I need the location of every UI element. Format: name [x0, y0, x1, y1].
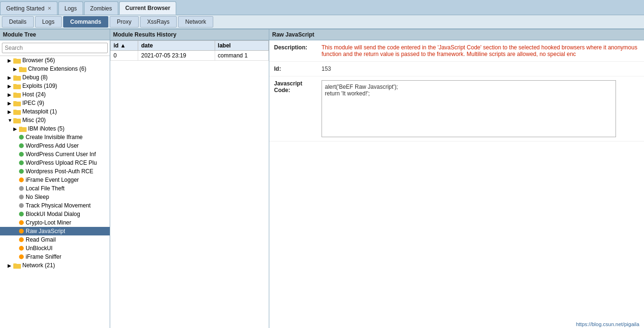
tree-item-iframe-sniffer[interactable]: iFrame Sniffer	[0, 253, 110, 261]
dot-iframe-event	[19, 178, 24, 182]
folder-icon-debug	[13, 75, 21, 81]
results-table: id ▲ date label 0 2021-07-05 23:19 comma…	[110, 40, 269, 61]
expand-arrow-metasploit: ▶	[8, 109, 12, 114]
dot-local-file-theft	[19, 186, 24, 191]
dot-raw-javascript	[19, 229, 24, 234]
id-row: Id: 153	[269, 62, 644, 76]
code-line-2: return 'It worked!';	[325, 90, 613, 97]
tree-label-wp-upload-rce: WordPress Upload RCE Plu	[26, 159, 97, 166]
close-getting-started[interactable]: ✕	[47, 6, 51, 11]
tree-item-track-movement[interactable]: Track Physical Movement	[0, 201, 110, 210]
tree-item-wp-post-auth[interactable]: Wordpress Post-Auth RCE	[0, 167, 110, 176]
tree-label-debug: Debug (8)	[22, 74, 47, 81]
folder-icon-ipec	[13, 100, 21, 106]
tree-label-misc: Misc (20)	[22, 117, 46, 123]
javascript-code-label: JavascriptCode:	[274, 80, 322, 94]
folder-icon-misc	[13, 117, 21, 123]
folder-icon-exploits	[13, 83, 21, 89]
sub-tab-commands[interactable]: Commands	[63, 16, 108, 28]
col-id[interactable]: id ▲	[111, 41, 138, 51]
tree-item-ibm-inotes[interactable]: ▶ IBM iNotes (5)	[0, 124, 110, 133]
tree-label-wp-current-user: WordPress Current User Inf	[26, 151, 96, 158]
expand-arrow-chrome: ▶	[13, 66, 18, 72]
tree-item-metasploit[interactable]: ▶ Metasploit (1)	[0, 107, 110, 116]
tree-item-local-file-theft[interactable]: Local File Theft	[0, 184, 110, 193]
tree-label-chrome: Chrome Extensions (6)	[28, 66, 86, 72]
svg-rect-9	[13, 93, 17, 94]
tree-item-raw-javascript[interactable]: Raw JavaScript	[0, 227, 110, 235]
expand-arrow-ipec: ▶	[8, 101, 12, 106]
tree-label-local-file-theft: Local File Theft	[26, 185, 65, 192]
tree-item-chrome-ext[interactable]: ▶ Chrome Extensions (6)	[0, 65, 110, 73]
expand-arrow-network: ▶	[8, 263, 12, 268]
col-label[interactable]: label	[215, 41, 268, 51]
sub-tab-bar: Details Logs Commands Proxy XssRays Netw…	[0, 15, 644, 29]
tab-logs[interactable]: Logs	[58, 1, 83, 15]
tree-item-iframe-event[interactable]: iFrame Event Logger	[0, 176, 110, 184]
dot-unblockui	[19, 246, 24, 251]
javascript-code-box[interactable]: alert('BeEF Raw Javascript'); return 'It…	[322, 80, 616, 137]
expand-arrow-exploits: ▶	[8, 84, 12, 89]
dot-crypto-loot	[19, 220, 24, 225]
folder-icon-ibm	[19, 126, 27, 132]
search-input[interactable]	[2, 43, 108, 53]
dot-iframe-sniffer	[19, 254, 24, 259]
sub-tab-details[interactable]: Details	[2, 16, 34, 28]
folder-icon-network	[13, 262, 21, 269]
sub-tab-xssrays-label: XssRays	[147, 19, 170, 25]
tree-item-network[interactable]: ▶ Network (21)	[0, 261, 110, 270]
tree-label-wp-add-user: WordPress Add User	[26, 142, 79, 149]
folder-icon-metasploit	[13, 109, 21, 115]
svg-rect-5	[13, 75, 17, 77]
tree-item-create-iframe[interactable]: Create Invisible Iframe	[0, 133, 110, 141]
tree-item-ipec[interactable]: ▶ IPEC (9)	[0, 99, 110, 107]
tree-label-wp-post-auth: Wordpress Post-Auth RCE	[26, 168, 94, 175]
svg-rect-11	[13, 101, 17, 103]
tree-item-blockui[interactable]: BlockUI Modal Dialog	[0, 210, 110, 218]
tab-current-browser[interactable]: Current Browser	[119, 1, 177, 15]
col-date[interactable]: date	[138, 41, 215, 51]
tree-label-track-movement: Track Physical Movement	[26, 202, 91, 209]
sub-tab-proxy[interactable]: Proxy	[110, 16, 139, 28]
sub-tab-network[interactable]: Network	[178, 16, 213, 28]
tab-getting-started[interactable]: Getting Started ✕	[0, 1, 57, 15]
sub-tab-logs[interactable]: Logs	[35, 16, 62, 28]
dot-create-iframe	[19, 135, 24, 140]
tree-item-exploits[interactable]: ▶ Exploits (109)	[0, 82, 110, 90]
tree-item-host[interactable]: ▶ Host (24)	[0, 90, 110, 99]
module-tree-panel: Module Tree ▶ Browser (56) ▶ Chrome Exte…	[0, 29, 110, 328]
tree-item-crypto-loot[interactable]: Crypto-Loot Miner	[0, 218, 110, 227]
tree-item-browser[interactable]: ▶ Browser (56)	[0, 56, 110, 65]
tree-item-no-sleep[interactable]: No Sleep	[0, 193, 110, 201]
expand-arrow-host: ▶	[8, 92, 12, 97]
tab-zombies-label: Zombies	[90, 5, 112, 12]
expand-arrow-browser: ▶	[8, 58, 12, 63]
sub-tab-network-label: Network	[185, 19, 206, 25]
svg-rect-13	[13, 110, 17, 111]
id-label: Id:	[274, 66, 322, 72]
tree-item-wp-upload-rce[interactable]: WordPress Upload RCE Plu	[0, 159, 110, 167]
tree-item-debug[interactable]: ▶ Debug (8)	[0, 73, 110, 82]
tree-item-wp-add-user[interactable]: WordPress Add User	[0, 141, 110, 150]
expand-arrow-misc: ▼	[8, 118, 12, 123]
sub-tab-xssrays[interactable]: XssRays	[140, 16, 177, 28]
table-row[interactable]: 0 2021-07-05 23:19 command 1	[111, 51, 269, 61]
tree-item-wp-current-user[interactable]: WordPress Current User Inf	[0, 150, 110, 159]
tab-current-browser-label: Current Browser	[125, 5, 170, 11]
dot-wp-upload-rce	[19, 160, 24, 165]
folder-icon-chrome	[19, 66, 27, 72]
tree-item-read-gmail[interactable]: Read Gmail	[0, 235, 110, 244]
expand-arrow-ibm: ▶	[13, 126, 18, 131]
sub-tab-details-label: Details	[9, 19, 27, 25]
tab-zombies[interactable]: Zombies	[84, 1, 118, 15]
tree-label-no-sleep: No Sleep	[26, 194, 49, 200]
tree-label-ipec: IPEC (9)	[22, 100, 44, 106]
tree-item-unblockui[interactable]: UnBlockUI	[0, 244, 110, 253]
description-value: This module will send the code entered i…	[322, 44, 639, 57]
sub-tab-proxy-label: Proxy	[117, 19, 132, 25]
sub-tab-logs-label: Logs	[42, 19, 55, 25]
description-label: Description:	[274, 44, 322, 51]
module-results-header: Module Results History	[110, 29, 269, 40]
tree-item-misc[interactable]: ▼ Misc (20)	[0, 116, 110, 124]
tree-label-crypto-loot: Crypto-Loot Miner	[26, 219, 71, 226]
